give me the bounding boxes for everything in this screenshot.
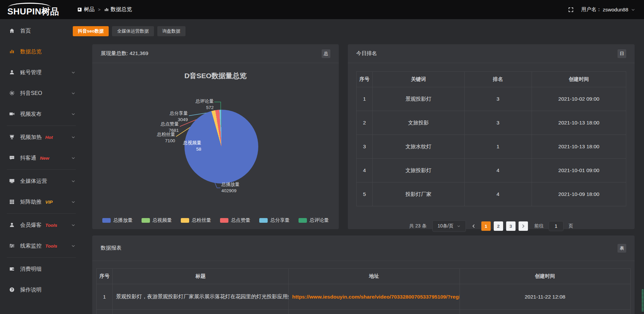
table-cell: 景观投影灯: [373, 87, 464, 111]
video-icon: [9, 111, 15, 117]
report-url-cell: https://www.iesdouyin.com/share/video/70…: [289, 284, 460, 310]
rank-table: 序号关键词排名创建时间1景观投影灯32021-10-02 09:002文旅投影3…: [356, 71, 626, 206]
next-page-button[interactable]: [519, 221, 528, 231]
report-table: 序号标题地址创建时间1景观投影灯，夜游景观投影灯厂家展示展示落花灯在花园里的灯光…: [96, 268, 631, 314]
user-icon: [9, 222, 15, 228]
legend-item[interactable]: 总点赞量: [220, 217, 251, 223]
goto-label: 前往: [534, 223, 544, 229]
page-button-2[interactable]: 2: [494, 221, 503, 231]
grid-icon: [9, 199, 15, 205]
sidebar-item-9[interactable]: 矩阵助推VIP: [0, 192, 80, 212]
chevron-down-icon: [71, 112, 75, 116]
sidebar-item-1[interactable]: 首页: [0, 20, 80, 41]
sidebar-item-badge: New: [40, 156, 49, 161]
sidebar-item-5[interactable]: 视频发布: [0, 104, 80, 124]
table-cell: 4: [464, 182, 532, 206]
page-size-select[interactable]: 10条/页: [432, 220, 466, 232]
table-cell: 4: [357, 159, 373, 182]
legend-item[interactable]: 总播放量: [102, 217, 133, 223]
table-cell: 2: [357, 111, 373, 135]
pie-label: 总视频量58: [183, 140, 201, 152]
table-cell: 2021-11-22 12:08: [460, 284, 630, 310]
sidebar-item-badge: VIP: [45, 200, 53, 205]
report-title-cell: 景观投影灯，夜游景观投影灯厂家展示展示落花灯在花园里的灯光投影应用效果 #: [112, 284, 288, 310]
sidebar-item-13[interactable]: 操作说明: [0, 279, 80, 300]
legend-swatch: [220, 218, 228, 223]
chevron-down-icon: [71, 244, 75, 248]
tab-2[interactable]: 全媒体运营数据: [112, 26, 154, 36]
sidebar-item-label: 首页: [20, 28, 31, 35]
breadcrumb-home[interactable]: 树品: [77, 6, 95, 13]
sidebar-item-12[interactable]: 消费明细: [0, 259, 80, 279]
video-link[interactable]: https://www.iesdouyin.com/share/video/70…: [292, 294, 460, 300]
sidebar-item-label: 视频发布: [20, 111, 42, 118]
sidebar-divider: [7, 125, 76, 126]
legend-item[interactable]: 总分享量: [259, 217, 290, 223]
user-icon: [9, 69, 15, 75]
legend-item[interactable]: 总粉丝量: [181, 217, 211, 223]
username: zswodun88: [603, 7, 628, 12]
table-row: 1景观投影灯，夜游景观投影灯厂家展示展示落花灯在花园里的灯光投影应用效果 #ht…: [97, 284, 631, 310]
day-badge-button[interactable]: 日: [618, 49, 626, 58]
wallet-icon: [9, 266, 15, 272]
chat-icon: [9, 155, 15, 161]
sidebar-item-label: 抖音SEO: [20, 90, 42, 97]
bar-chart-icon: [104, 7, 109, 12]
table-row-partial: [97, 310, 631, 314]
breadcrumb-separator: >: [98, 7, 101, 12]
sidebar-item-11[interactable]: 线索监控Tools: [0, 235, 80, 256]
table-row: 2文旅投影32021-10-13 18:00: [357, 111, 626, 135]
table-cell: 5: [357, 182, 373, 206]
table-cell: 2021-10-09 18:00: [532, 182, 626, 206]
tab-1[interactable]: 抖音seo数据: [73, 26, 109, 36]
pie-chart-area: D音SEO数据量总览 总播放量402909总视频量58总粉丝量7100总点赞量7…: [92, 63, 339, 229]
column-header: 序号: [97, 269, 113, 284]
sidebar-divider: [7, 169, 76, 170]
fullscreen-icon[interactable]: [568, 7, 574, 13]
breadcrumb-current[interactable]: 数据总览: [104, 6, 132, 13]
page-button-1[interactable]: 1: [481, 221, 491, 231]
goto-page-input[interactable]: [549, 221, 564, 231]
report-card-title: 数据报表: [101, 245, 121, 252]
seo-overview-card: 展现量总数: 421,369 总 D音SEO数据量总览 总播放量402909总视…: [92, 44, 339, 229]
column-header: 关键词: [373, 72, 464, 87]
sidebar-item-label: 数据总览: [20, 48, 42, 55]
sidebar-item-4[interactable]: 抖音SEO: [0, 83, 80, 104]
rank-card-title: 今日排名: [356, 50, 377, 57]
chevron-down-icon: [71, 156, 75, 160]
sidebar-item-10[interactable]: 会员爆客Tools: [0, 215, 80, 235]
chevron-down-icon: [71, 70, 75, 75]
sidebar-item-label: 视频加热: [20, 134, 42, 141]
legend-item[interactable]: 总评论量: [299, 217, 329, 223]
tab-3[interactable]: 询盘数据: [157, 26, 185, 36]
sidebar-divider: [7, 257, 76, 258]
page-button-3[interactable]: 3: [506, 221, 516, 231]
prev-page-button[interactable]: [469, 221, 478, 231]
sidebar-item-6[interactable]: 视频加热Hot: [0, 127, 80, 148]
table-cell: 3: [464, 87, 532, 111]
chevron-down-icon: [71, 91, 75, 96]
sidebar-item-3[interactable]: 账号管理: [0, 62, 80, 83]
scrollbar-thumb[interactable]: [642, 289, 644, 312]
sidebar-item-2[interactable]: 数据总览: [0, 41, 80, 62]
legend-item[interactable]: 总视频量: [142, 217, 172, 223]
sidebar-item-7[interactable]: 抖客通New: [0, 148, 80, 168]
table-cell: 1: [357, 87, 373, 111]
total-badge-button[interactable]: 总: [322, 49, 330, 58]
table-row: 3文旅水纹灯12021-10-13 18:00: [357, 135, 626, 159]
table-row: 5投影灯厂家42021-10-09 18:00: [357, 182, 626, 206]
home-icon: [9, 28, 15, 34]
impressions-total: 展现量总数: 421,369: [101, 50, 148, 57]
chevron-down-icon: [457, 224, 461, 228]
top-header: SHUPIN树品 树品 > 数据总览 用户名：zswodun88: [0, 0, 644, 19]
user-menu[interactable]: 用户名：zswodun88: [581, 6, 635, 13]
table-row: 4文旅投影灯42021-10-01 09:00: [357, 159, 626, 182]
sidebar-item-label: 全媒体运营: [20, 178, 47, 185]
square-icon: [77, 7, 82, 12]
legend-swatch: [142, 218, 150, 223]
table-badge-button[interactable]: 表: [618, 244, 626, 253]
legend-swatch: [259, 218, 268, 223]
sidebar-item-8[interactable]: 全媒体运营: [0, 171, 80, 192]
chevron-down-icon: [71, 135, 75, 140]
sidebar-item-label: 会员爆客: [20, 222, 42, 229]
